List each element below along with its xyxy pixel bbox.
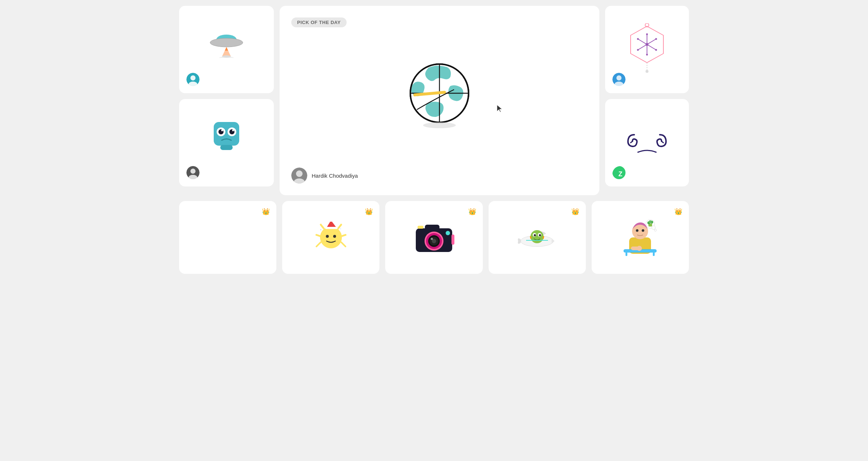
svg-line-53: [321, 225, 324, 228]
camera-svg: [412, 219, 456, 256]
author-avatar: [291, 168, 307, 184]
svg-line-48: [662, 141, 663, 143]
svg-point-15: [221, 130, 223, 131]
svg-point-49: [320, 226, 342, 248]
bottom-card-5[interactable]: 👑: [592, 201, 689, 274]
ufo-svg: [205, 29, 248, 58]
svg-point-71: [431, 238, 433, 240]
svg-line-47: [631, 141, 632, 143]
svg-rect-85: [653, 252, 655, 256]
svg-point-35: [646, 34, 648, 35]
card-monster[interactable]: [179, 99, 274, 186]
globe-svg: [403, 57, 476, 130]
svg-point-90: [652, 226, 655, 229]
bottom-card-2[interactable]: 👑 * *: [282, 201, 379, 274]
svg-point-87: [636, 229, 639, 232]
pick-badge: PICK OF THE DAY: [291, 17, 347, 27]
fish-plane-svg: [515, 219, 559, 256]
monster-svg: [210, 120, 243, 153]
svg-point-16: [232, 130, 234, 131]
svg-point-55: [326, 235, 329, 238]
svg-point-28: [296, 170, 303, 177]
person-thinking-svg: [618, 217, 662, 257]
card-hexagon[interactable]: [605, 6, 689, 93]
swirl-illustration: [622, 127, 672, 158]
crown-1: 👑: [262, 208, 270, 216]
svg-rect-72: [418, 226, 423, 229]
bottom-card-3[interactable]: 👑: [385, 201, 482, 274]
card-monster-avatar: [186, 166, 200, 179]
crown-2: 👑: [365, 208, 373, 216]
svg-point-56: [333, 235, 336, 238]
svg-point-6: [219, 56, 234, 58]
crown-4: 👑: [571, 208, 579, 216]
svg-rect-74: [451, 235, 454, 245]
svg-rect-65: [425, 225, 439, 231]
svg-point-40: [655, 49, 657, 51]
svg-point-73: [446, 231, 450, 235]
monster-illustration: [210, 120, 243, 154]
bottom-grid: 👑 👑 *: [179, 201, 689, 274]
hexagon-svg: [625, 23, 669, 74]
featured-author: Hardik Chodvadiya: [291, 168, 358, 184]
svg-line-54: [316, 235, 321, 236]
svg-point-38: [655, 38, 657, 40]
left-column: [179, 6, 274, 186]
svg-point-39: [637, 49, 639, 51]
avatar-z: Z: [612, 166, 626, 179]
svg-point-8: [190, 75, 196, 80]
sun-character-svg: * *: [313, 217, 349, 257]
crown-3: 👑: [468, 208, 476, 216]
svg-rect-58: [325, 227, 338, 229]
card-swirl-avatar: Z: [612, 166, 626, 179]
svg-point-34: [646, 43, 648, 46]
svg-text:*: *: [340, 228, 341, 231]
svg-point-36: [646, 54, 648, 56]
card-hexagon-avatar: [612, 73, 626, 86]
cursor-icon: [496, 104, 504, 113]
bottom-card-1[interactable]: 👑: [179, 201, 276, 274]
crown-5: 👑: [674, 208, 682, 216]
main-grid: PICK OF THE DAY: [179, 6, 689, 274]
svg-point-59: [330, 219, 332, 222]
card-swirl[interactable]: Z: [605, 99, 689, 186]
svg-point-91: [654, 229, 656, 231]
svg-point-95: [649, 220, 652, 223]
svg-text:*: *: [320, 229, 321, 233]
author-name: Hardik Chodvadiya: [312, 173, 358, 179]
svg-point-45: [616, 75, 622, 80]
swirl-svg: [622, 127, 672, 157]
svg-point-43: [646, 70, 648, 73]
svg-point-80: [539, 234, 541, 236]
svg-rect-84: [626, 252, 627, 256]
svg-line-63: [341, 242, 346, 247]
featured-image-area: [291, 27, 588, 159]
right-column: Z: [605, 6, 689, 186]
ufo-illustration: [205, 29, 248, 59]
bottom-card-4[interactable]: 👑: [489, 201, 586, 274]
featured-card[interactable]: PICK OF THE DAY: [280, 6, 599, 195]
svg-point-97: [637, 246, 642, 251]
card-ufo-avatar: [186, 73, 200, 86]
svg-point-79: [534, 234, 536, 236]
svg-rect-17: [220, 145, 233, 150]
svg-line-62: [316, 242, 321, 247]
svg-point-76: [530, 230, 544, 243]
svg-point-88: [642, 229, 644, 232]
svg-point-26: [423, 122, 456, 128]
svg-point-19: [190, 169, 196, 174]
svg-line-52: [341, 235, 346, 236]
card-ufo[interactable]: [179, 6, 274, 93]
hexagon-illustration: [625, 23, 669, 76]
svg-point-37: [637, 38, 639, 40]
